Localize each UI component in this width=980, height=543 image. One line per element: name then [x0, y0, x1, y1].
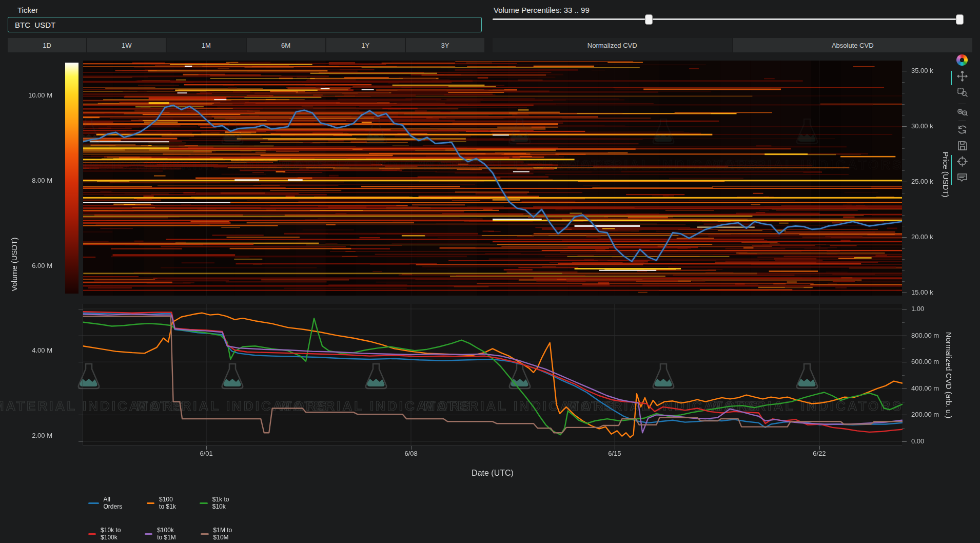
tick-mark — [902, 148, 905, 149]
tick-mark — [902, 270, 905, 271]
timeframe-button-1m[interactable]: 1M — [167, 38, 245, 52]
tick-label: 8.00 M — [15, 177, 52, 184]
tick-mark — [902, 126, 907, 127]
tick-mark — [902, 248, 905, 249]
timeframe-button-6m[interactable]: 6M — [247, 38, 325, 52]
legend-label: $1M to $10M — [213, 527, 234, 541]
volume-percentiles-label: Volume Percentiles: 33 .. 99 — [494, 6, 590, 14]
tick-label: 600.00 m — [911, 358, 939, 365]
ticker-label: Ticker — [17, 6, 38, 14]
tick-label: 6/22 — [804, 450, 835, 457]
tick-mark — [902, 415, 907, 415]
tick-mark — [902, 375, 905, 376]
volume-colorbar — [65, 63, 79, 294]
cvd-chart[interactable]: MATERIAL INDICATORS MATERIAL INDICATORS … — [83, 304, 902, 445]
legend-item-all-orders[interactable]: All Orders — [88, 496, 125, 510]
tick-mark — [615, 445, 615, 450]
tick-mark — [902, 215, 905, 216]
timeframe-button-1d[interactable]: 1D — [8, 38, 86, 52]
tick-mark — [902, 441, 907, 442]
timeframe-button-3y[interactable]: 3Y — [406, 38, 484, 52]
legend-label: $1k to $10k — [212, 496, 231, 510]
tick-label: 30.00 k — [911, 122, 933, 130]
zoom-in-out-icon[interactable] — [956, 106, 968, 119]
slider-handle-min[interactable] — [645, 14, 653, 25]
modebar-active-indicator — [951, 155, 952, 185]
tick-mark — [902, 281, 905, 282]
tick-mark — [902, 93, 905, 93]
price-axis-title: Price (USDT) — [942, 151, 950, 197]
tick-mark — [902, 293, 907, 293]
tick-label: 6/15 — [599, 450, 630, 457]
cvd-mode-button-normalized-cvd[interactable]: Normalized CVD — [493, 38, 732, 52]
reset-axes-icon[interactable] — [956, 123, 968, 135]
slider-handle-max[interactable] — [956, 14, 964, 25]
tick-mark — [902, 193, 905, 193]
legend-swatch — [147, 502, 154, 504]
legend-swatch — [88, 502, 99, 504]
tick-mark — [902, 259, 905, 260]
timeframe-button-1y[interactable]: 1Y — [326, 38, 405, 52]
legend-item--1m-to-10m[interactable]: $1M to $10M — [201, 527, 234, 541]
cvd-mode-button-absolute-cvd[interactable]: Absolute CVD — [733, 38, 973, 52]
tick-mark — [902, 104, 905, 105]
tick-mark — [902, 309, 907, 309]
ticker-input[interactable] — [8, 17, 482, 32]
legend-swatch — [201, 533, 208, 535]
box-zoom-icon[interactable] — [956, 86, 968, 98]
tick-label: 6.00 M — [15, 262, 52, 269]
tick-mark — [902, 82, 905, 83]
date-axis-title: Date (UTC) — [472, 469, 514, 478]
tooltip-icon[interactable] — [956, 171, 968, 183]
tick-mark — [902, 204, 905, 204]
timeframe-button-1w[interactable]: 1W — [87, 38, 166, 52]
tick-mark — [411, 445, 411, 450]
save-icon[interactable] — [956, 139, 968, 151]
cvd-mode-button-group: Normalized CVDAbsolute CVD — [493, 38, 972, 52]
tick-label: 4.00 M — [15, 346, 52, 354]
tick-mark — [902, 428, 905, 429]
tick-mark — [902, 71, 907, 71]
legend-item--1k-to-10k[interactable]: $1k to $10k — [200, 496, 231, 510]
tick-label: 800.00 m — [911, 332, 939, 339]
legend-row: All Orders$100 to $1k$1k to $10k — [88, 496, 252, 510]
tick-mark — [79, 309, 83, 309]
legend-item--100-to-1k[interactable]: $100 to $1k — [147, 496, 179, 510]
legend-item--10k-to-100k[interactable]: $10k to $100k — [88, 527, 123, 541]
tick-label: 25.00 k — [911, 178, 933, 185]
tick-mark — [83, 445, 902, 446]
legend-swatch — [200, 502, 207, 504]
tick-mark — [79, 362, 83, 362]
legend-label: $100k to $1M — [157, 527, 179, 541]
volume-percentiles-slider[interactable] — [493, 18, 964, 20]
volume-axis-title: Volume (USDT) — [10, 237, 18, 291]
legend-item--100k-to-1m[interactable]: $100k to $1M — [145, 527, 180, 541]
tick-label: 1.00 — [911, 305, 924, 313]
legend-label: $10k to $100k — [101, 527, 123, 541]
pan-icon[interactable] — [956, 70, 968, 82]
legend-row: $10k to $100k$100k to $1M$1M to $10M — [88, 527, 256, 541]
tick-label: 200.00 m — [911, 411, 939, 418]
tick-mark — [902, 182, 907, 182]
legend-swatch — [88, 533, 96, 535]
crosshair-icon[interactable] — [956, 155, 968, 167]
modebar-separator — [958, 121, 966, 121]
liquidity-heatmap[interactable] — [83, 61, 902, 296]
tick-mark — [902, 362, 907, 362]
tick-mark — [902, 336, 907, 336]
modebar-separator — [958, 104, 966, 104]
cvd-axis-title: Normalized CVD (arb. u.) — [945, 332, 953, 418]
tick-label: 400.00 m — [911, 384, 939, 392]
cvd-plot-background — [83, 304, 902, 445]
modebar-active-indicator — [951, 71, 952, 85]
timeframe-button-group: 1D1W1M6M1Y3Y — [8, 38, 484, 52]
plotly-logo-icon[interactable] — [956, 54, 968, 66]
tick-mark — [902, 138, 905, 138]
tick-label: 2.00 M — [15, 432, 52, 439]
plotly-modebar — [954, 54, 970, 183]
legend-label: $100 to $1k — [159, 496, 178, 510]
tick-mark — [902, 348, 905, 349]
tick-mark — [902, 226, 905, 226]
tick-label: 6/01 — [191, 450, 222, 457]
tick-label: 6/08 — [396, 450, 426, 457]
